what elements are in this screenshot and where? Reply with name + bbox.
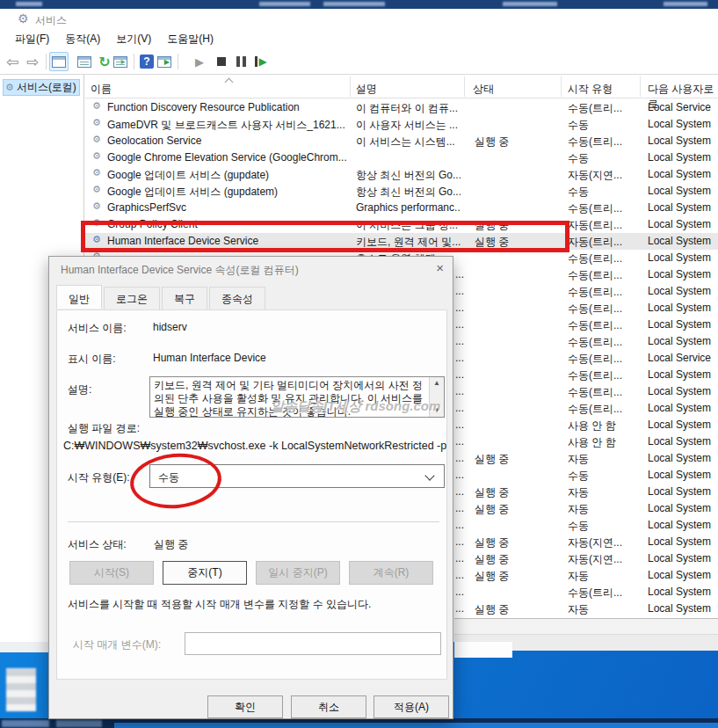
cell-startup-type: 자동 <box>568 452 643 467</box>
cell-description-tail: ... <box>455 368 469 381</box>
window-edge-highlight <box>114 723 718 728</box>
column-divider[interactable] <box>640 76 641 97</box>
footer-button-2[interactable]: 적용(A) <box>374 695 449 718</box>
cell-startup-type: 수동(트리... <box>568 402 643 417</box>
dialog-title: Human Interface Device Service 속성(로컬 컴퓨터… <box>61 263 299 278</box>
column-divider[interactable] <box>464 76 465 97</box>
exe-path-value: C:₩WINDOWS₩system32₩svchost.exe -k Local… <box>63 440 446 452</box>
cell-logon-as: Local System <box>648 419 718 431</box>
cell-description-tail: ... <box>455 335 469 347</box>
cell-description: 이 사용자 서비스는 ... <box>356 118 461 133</box>
extended-view-icon[interactable]: ▶ <box>155 52 174 71</box>
tab-2[interactable]: 복구 <box>162 287 207 310</box>
cell-startup-type: 사용 안 함 <box>568 435 643 450</box>
back-icon[interactable]: ⇦ <box>3 52 22 71</box>
cell-startup-type: 수동(트리... <box>568 385 643 400</box>
params-hint-text: 서비스를 시작할 때 적용할 시작 매개 변수를 지정할 수 있습니다. <box>68 597 371 612</box>
cell-logon-as: Local System <box>648 251 718 264</box>
cell-name: GraphicsPerfSvc <box>107 201 346 214</box>
export-list-icon[interactable]: ➤ <box>111 52 130 71</box>
window-title: 서비스 <box>35 13 67 28</box>
cell-logon-as: Local Service <box>648 352 718 364</box>
pixelated-text <box>323 2 385 6</box>
highlight-rectangle <box>81 221 569 252</box>
menu-item-3[interactable]: 도움말(H) <box>159 30 221 48</box>
cell-startup-type: 수동 <box>568 469 643 484</box>
cell-status: 실행 중 <box>475 569 555 584</box>
properties-dialog: Human Interface Device Service 속성(로컬 컴퓨터… <box>48 256 453 719</box>
properties-icon[interactable] <box>75 52 94 71</box>
column-header-name[interactable]: 이름 <box>91 82 112 97</box>
control-button-0: 시작(S) <box>69 561 154 585</box>
cell-startup-type: 수동(트리... <box>568 251 643 266</box>
cell-description-tail: ... <box>455 502 469 514</box>
service-status-value: 실행 중 <box>154 537 188 552</box>
column-divider[interactable] <box>561 76 562 97</box>
column-header-description[interactable]: 설명 <box>356 82 377 97</box>
cell-status: 실행 중 <box>475 602 555 617</box>
startup-type-label: 시작 유형(E): <box>68 470 130 485</box>
table-row[interactable]: ⚙Function Discovery Resource Publication… <box>85 99 718 116</box>
control-button-1[interactable]: 중지(T) <box>163 561 247 585</box>
column-header-status[interactable]: 상태 <box>473 82 494 97</box>
help-icon[interactable]: ? <box>137 52 156 71</box>
scroll-up-icon[interactable]: ▲ <box>430 377 444 389</box>
console-tree-icon[interactable] <box>49 52 69 71</box>
table-row[interactable]: ⚙Google 업데이트 서비스 (gupdatem)항상 최신 버전의 Go.… <box>85 183 718 200</box>
tree-item-services-local[interactable]: ⚙ 서비스(로컬) <box>3 79 80 96</box>
table-row[interactable]: ⚙GameDVR 및 브로드캐스트 사용자 서비스_1621...이 사용자 서… <box>85 116 718 133</box>
tab-1[interactable]: 로그온 <box>104 287 160 310</box>
horizontal-scroll-area[interactable] <box>454 618 718 635</box>
footer-button-1[interactable]: 취소 <box>291 695 366 718</box>
cell-logon-as: Local System <box>648 118 718 130</box>
title-bar: ⚙ 서비스 <box>0 9 718 29</box>
cell-startup-type: 자동(트리... <box>568 235 643 250</box>
cell-startup-type: 수동(트리... <box>568 368 643 383</box>
cell-startup-type: 사용 안 함 <box>568 419 643 433</box>
window-bottom-left-edge <box>0 642 48 652</box>
table-row[interactable]: ⚙Google Chrome Elevation Service (Google… <box>85 149 718 166</box>
footer-button-0[interactable]: 확인 <box>207 695 283 718</box>
site-watermark: 알송달송IT세상 rdsong.com <box>271 398 440 415</box>
toolbar-separator <box>178 54 178 69</box>
cell-logon-as: Local System <box>648 218 718 230</box>
start-params-input[interactable] <box>185 632 441 655</box>
forward-icon[interactable]: ⇨ <box>23 52 42 71</box>
restart-service-icon[interactable]: ▶ <box>251 52 271 71</box>
background-taskbar-strip <box>0 718 718 728</box>
menu-item-2[interactable]: 보기(V) <box>108 30 159 48</box>
table-row[interactable]: ⚙GraphicsPerfSvcGraphics performanc...수동… <box>85 200 718 216</box>
cell-startup-type: 자동 <box>568 602 643 617</box>
cell-startup-type: 수동(트리... <box>568 201 643 216</box>
pixelated-text <box>2 720 49 727</box>
cell-description-tail: ... <box>455 519 469 531</box>
table-row[interactable]: ⚙Geolocation Service이 서비스는 시스템...실행 중수동(… <box>85 133 718 149</box>
display-name-value: Human Interface Device <box>153 352 266 364</box>
menu-item-0[interactable]: 파일(F) <box>7 30 57 48</box>
tab-0[interactable]: 일반 <box>56 285 102 309</box>
cell-startup-type: 자동 <box>568 485 643 500</box>
column-header-startup[interactable]: 시작 유형 <box>568 82 613 97</box>
tab-3[interactable]: 종속성 <box>209 287 265 310</box>
table-row[interactable]: ⚙Google 업데이트 서비스 (gupdate)항상 최신 버전의 Go..… <box>85 166 718 183</box>
cell-name: Geolocation Service <box>107 135 346 147</box>
cell-description-tail: ... <box>455 385 469 397</box>
cell-startup-type: 수동(트리... <box>568 302 643 317</box>
gear-icon: ⚙ <box>18 11 29 25</box>
close-icon[interactable]: × <box>436 260 444 275</box>
pause-service-icon[interactable] <box>231 52 250 71</box>
cell-logon-as: Local System <box>648 318 718 331</box>
menu-item-1[interactable]: 동작(A) <box>57 30 108 48</box>
cell-logon-as: Local System <box>648 368 718 381</box>
cell-name: GameDVR 및 브로드캐스트 사용자 서비스_1621... <box>107 118 346 133</box>
tree-item-label: 서비스(로컬) <box>17 80 76 95</box>
cell-description: 이 컴퓨터와 이 컴퓨... <box>356 101 461 116</box>
cell-logon-as: Local System <box>648 185 718 197</box>
pixelated-text <box>664 2 707 6</box>
stop-service-icon[interactable] <box>212 52 231 71</box>
column-divider[interactable] <box>350 76 351 97</box>
cell-description-tail: ... <box>455 302 469 314</box>
description-label: 설명: <box>68 382 91 397</box>
start-service-icon[interactable]: ▶ <box>190 52 209 71</box>
cell-logon-as: Local System <box>648 535 718 548</box>
